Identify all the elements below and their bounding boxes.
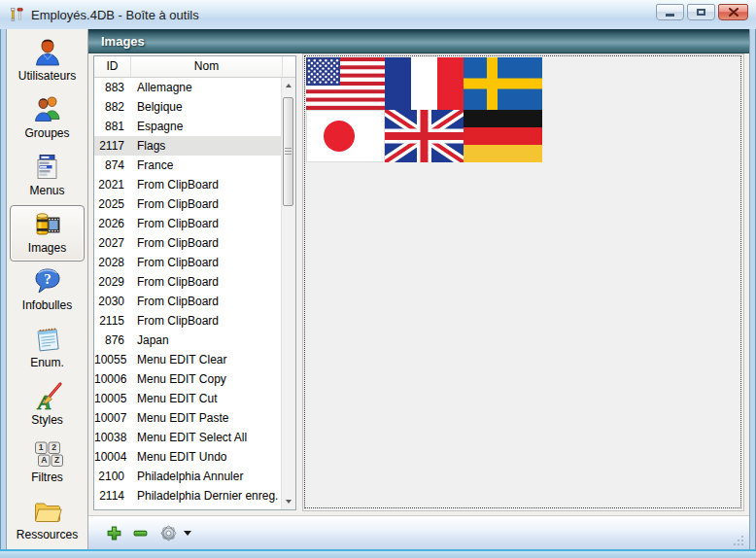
help-bubble-icon: ? [32, 265, 63, 298]
table-row[interactable]: 883Allemagne [94, 78, 281, 97]
table-row[interactable]: 10004Menu EDIT Undo [94, 447, 281, 467]
gear-icon [158, 523, 179, 543]
table-row[interactable]: 2021From ClipBoard [94, 175, 281, 194]
table-row[interactable]: 2117Flags [94, 136, 281, 156]
scrollbar-thumb[interactable] [283, 97, 293, 206]
menu-icon [32, 151, 63, 184]
table-row[interactable]: 2027From ClipBoard [94, 233, 281, 253]
table-row-partial[interactable]: 2103Philadelphia Enreg. précéd. [94, 506, 281, 509]
sidebar-item-utilisateurs[interactable]: Utilisateurs [10, 33, 85, 89]
scroll-down-button[interactable] [282, 494, 295, 509]
notepad-icon [32, 323, 63, 356]
table-row[interactable]: 2114Philadelphia Dernier enreg. [94, 486, 281, 506]
cell-nom: Allemagne [129, 81, 281, 94]
cell-id: 10038 [94, 431, 129, 444]
main-panel: Images ID Nom 883Allemagne882Belgique881… [88, 29, 749, 549]
sidebar-item-infobulles[interactable]: ?Infobulles [10, 262, 85, 319]
table-row[interactable]: 2028From ClipBoard [94, 253, 281, 272]
dropdown-caret-icon [184, 531, 191, 536]
cell-nom: From ClipBoard [129, 314, 281, 328]
window-bottom-border [0, 549, 756, 558]
table-row[interactable]: 10005Menu EDIT Cut [94, 389, 281, 408]
table-row[interactable]: 10055Menu EDIT Clear [94, 350, 281, 369]
close-button[interactable] [718, 4, 748, 20]
sidebar-item-groupes[interactable]: Groupes [10, 90, 85, 147]
scroll-up-button[interactable] [282, 78, 295, 93]
sidebar-item-menus[interactable]: Menus [10, 148, 85, 204]
cell-id: 2028 [94, 256, 129, 269]
table-row[interactable]: 2030From ClipBoard [94, 292, 281, 311]
resize-grip[interactable] [732, 534, 745, 547]
actions-menu-button[interactable] [158, 523, 191, 543]
minimize-button[interactable] [656, 4, 684, 20]
svg-text:A: A [41, 455, 47, 465]
work-area: ID Nom 883Allemagne882Belgique881Espagne… [88, 53, 749, 515]
cell-id: 10005 [94, 392, 129, 405]
sidebar-item-enum[interactable]: Enum. [10, 320, 85, 376]
table-row[interactable]: 2026From ClipBoard [94, 214, 281, 233]
cell-nom: From ClipBoard [129, 178, 281, 192]
titlebar[interactable]: Employés.4DB - Boîte à outils [0, 0, 756, 29]
sweden-flag [464, 57, 542, 110]
table-row[interactable]: 10038Menu EDIT Select All [94, 428, 281, 447]
table-row[interactable]: 2029From ClipBoard [94, 272, 281, 292]
table-row[interactable]: 2025From ClipBoard [94, 194, 281, 214]
table-row[interactable]: 882Belgique [94, 97, 281, 117]
minus-icon [132, 525, 149, 541]
sidebar-item-images[interactable]: Images [10, 205, 85, 262]
cell-nom: Espagne [129, 120, 281, 133]
table-row[interactable]: 10006Menu EDIT Copy [94, 369, 281, 389]
cell-id: 2030 [94, 295, 129, 308]
filter-keys-icon: 1 2 A Z [32, 437, 63, 471]
add-image-button[interactable] [106, 525, 122, 541]
cell-nom: Japan [129, 333, 281, 347]
flags-image [306, 57, 542, 162]
column-header-nom[interactable]: Nom [131, 56, 283, 77]
scrollbar-track[interactable] [282, 93, 295, 494]
cell-id: 10006 [94, 372, 129, 386]
table-row[interactable]: 876Japan [94, 331, 281, 350]
cell-id: 2025 [94, 197, 129, 211]
sidebar-item-filtres[interactable]: 1 2 A ZFiltres [10, 435, 85, 491]
france-flag [385, 57, 464, 110]
table-row[interactable]: 881Espagne [94, 117, 281, 136]
paintbrush-icon: A [32, 380, 63, 413]
toolbox-app-icon [9, 7, 24, 22]
user-icon [32, 36, 63, 69]
column-header-id[interactable]: ID [94, 56, 131, 77]
image-canvas[interactable] [304, 55, 741, 508]
svg-text:?: ? [44, 271, 52, 287]
cell-nom: From ClipBoard [129, 295, 281, 308]
cell-id: 2100 [94, 470, 129, 483]
sidebar-item-styles[interactable]: A Styles [10, 377, 85, 434]
sidebar-item-label: Ressources [17, 528, 78, 541]
cell-nom: Menu EDIT Select All [129, 431, 281, 444]
cell-id: 2026 [94, 217, 129, 230]
remove-image-button[interactable] [132, 525, 149, 541]
cell-id: 2114 [94, 489, 129, 503]
usa-flag [306, 57, 385, 110]
cell-nom: From ClipBoard [129, 236, 281, 250]
column-header-spacer [283, 56, 295, 77]
cell-nom: France [129, 158, 281, 172]
cell-nom: Philadelphia Enreg. précéd. [129, 508, 281, 509]
cell-id: 10004 [94, 450, 129, 464]
sidebar-item-ressources[interactable]: Ressources [10, 492, 85, 548]
close-icon [729, 8, 739, 17]
cell-id: 874 [94, 158, 129, 172]
table-row[interactable]: 874France [94, 156, 281, 175]
germany-flag [464, 110, 542, 162]
sidebar-item-label: Styles [31, 413, 63, 427]
table-row[interactable]: 10007Menu EDIT Paste [94, 408, 281, 428]
images-list: ID Nom 883Allemagne882Belgique881Espagne… [93, 55, 296, 510]
maximize-button[interactable] [687, 4, 715, 20]
list-rows: 883Allemagne882Belgique881Espagne2117Fla… [94, 78, 281, 509]
table-row[interactable]: 2115From ClipBoard [94, 311, 281, 331]
folder-icon [32, 495, 63, 528]
list-scrollbar[interactable] [281, 78, 295, 509]
maximize-icon [697, 9, 705, 16]
table-row[interactable]: 2100Philadelphia Annuler [94, 467, 281, 486]
svg-text:2: 2 [52, 442, 56, 452]
cell-nom: Menu EDIT Copy [129, 372, 281, 386]
svg-text:Z: Z [54, 455, 59, 465]
